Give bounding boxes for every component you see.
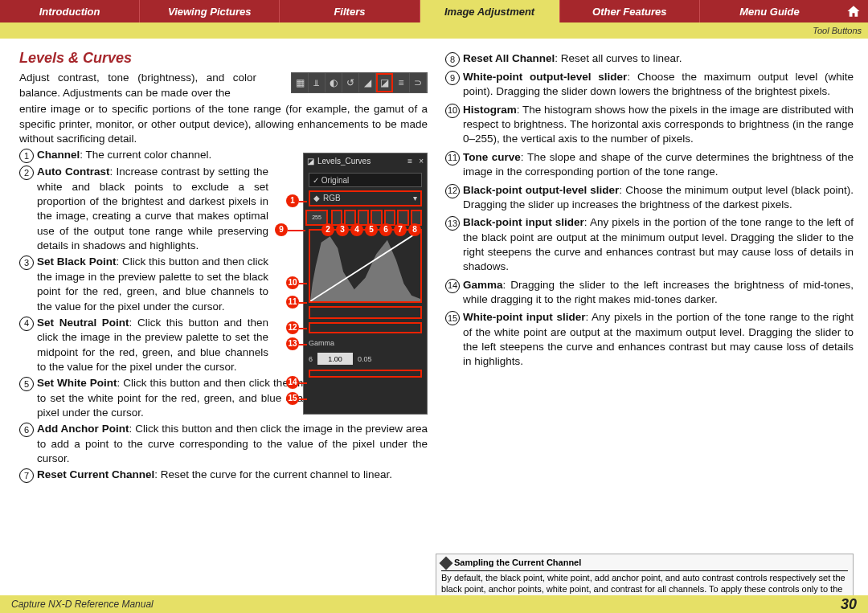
item-label: Black-point input slider bbox=[463, 216, 584, 228]
note-icon bbox=[440, 556, 453, 570]
gamma-value[interactable]: 1.00 bbox=[317, 353, 353, 365]
panel-title: Levels_Curves bbox=[317, 156, 371, 167]
callout-13: 13 bbox=[286, 337, 299, 350]
callout-15: 15 bbox=[286, 392, 299, 405]
page-number: 30 bbox=[841, 596, 857, 613]
item-8: 8Reset All Channel: Reset all curves to … bbox=[445, 51, 854, 67]
circled-number: 8 bbox=[445, 52, 460, 67]
item-body: : The histogram shows how the pixels in … bbox=[463, 104, 854, 145]
intro-cont: entire image or to specific portions of … bbox=[19, 102, 428, 146]
tab-introduction[interactable]: Introduction bbox=[0, 0, 139, 22]
right-column: 8Reset All Channel: Reset all curves to … bbox=[445, 48, 854, 591]
item-10: 10Histogram: The histogram shows how the… bbox=[445, 103, 854, 147]
note-title: Sampling the Current Channel bbox=[454, 558, 581, 569]
toolbtn[interactable]: ◢ bbox=[359, 73, 376, 92]
item-label: Histogram bbox=[463, 104, 517, 116]
intro-text: Adjust contrast, tone (brightness), and … bbox=[19, 71, 256, 100]
callout-10: 10 bbox=[286, 276, 299, 289]
callout-4: 4 bbox=[350, 223, 363, 236]
levels-panel: ◪Levels_Curves≡× ✓ Original ◆ RGB ▾ 255 bbox=[303, 153, 428, 415]
item-label: Set White Point bbox=[37, 377, 117, 389]
item-6: 6Add Anchor Point: Click this button and… bbox=[19, 422, 428, 466]
callout-9: 9 bbox=[275, 223, 288, 236]
footer: Capture NX-D Reference Manual 30 bbox=[0, 595, 868, 613]
channel-select[interactable]: ◆ RGB ▾ bbox=[309, 190, 422, 206]
item-label: Set Neutral Point bbox=[37, 317, 129, 329]
toolbtn[interactable]: ↺ bbox=[342, 73, 359, 92]
tab-viewing-pictures[interactable]: Viewing Pictures bbox=[139, 0, 279, 22]
preset-dropdown[interactable]: ✓ Original bbox=[309, 173, 422, 187]
callout-1: 1 bbox=[286, 194, 299, 207]
item-body: : Reset all curves to linear. bbox=[555, 52, 682, 64]
gamma-slider[interactable] bbox=[309, 370, 422, 378]
circled-number: 7 bbox=[19, 468, 34, 483]
callout-3: 3 bbox=[336, 223, 349, 236]
item-14: 14Gamma: Dragging the slider to the left… bbox=[445, 278, 854, 308]
toolbtn[interactable]: ≡ bbox=[393, 73, 410, 92]
item-7: 7Reset Current Channel: Reset the curve … bbox=[19, 468, 428, 483]
item-label: Reset All Channel bbox=[463, 52, 555, 64]
home-icon bbox=[845, 4, 862, 18]
tab-image-adjustment[interactable]: Image Adjustment bbox=[420, 0, 559, 22]
callout-6: 6 bbox=[379, 223, 392, 236]
callout-8: 8 bbox=[408, 223, 421, 236]
item-12: 12Black-point output-level slider: Choos… bbox=[445, 183, 854, 213]
circled-number: 4 bbox=[19, 317, 34, 331]
callout-14: 14 bbox=[286, 376, 299, 389]
histogram-box[interactable] bbox=[309, 229, 422, 303]
item-label: White-point output-level slider bbox=[463, 71, 627, 83]
toolbtn[interactable]: ▦ bbox=[292, 73, 309, 92]
tab-menu-guide[interactable]: Menu Guide bbox=[699, 0, 839, 22]
gamma-label: Gamma bbox=[309, 338, 334, 348]
toolbtn[interactable]: ⊃ bbox=[410, 73, 427, 92]
item-body: : The current color channel. bbox=[80, 149, 211, 161]
circled-number: 10 bbox=[445, 104, 460, 118]
circled-number: 15 bbox=[445, 311, 460, 325]
tool-strip: ▦ ⫫ ◐ ↺ ◢ ◪ ≡ ⊃ bbox=[291, 72, 428, 93]
callout-12: 12 bbox=[286, 321, 299, 334]
item-label: Black-point output-level slider bbox=[463, 184, 619, 196]
circled-number: 11 bbox=[445, 151, 460, 166]
output-slider-track[interactable] bbox=[309, 306, 422, 319]
item-body: : Dragging the slider to the left increa… bbox=[463, 279, 854, 305]
section-title: Levels & Curves bbox=[19, 48, 428, 67]
left-column: Levels & Curves Adjust contrast, tone (b… bbox=[19, 48, 428, 591]
item-15: 15White-point input slider: Any pixels i… bbox=[445, 310, 854, 369]
menu-icon[interactable]: ≡ bbox=[407, 156, 412, 167]
circled-number: 2 bbox=[19, 166, 34, 180]
item-label: Set Black Point bbox=[37, 255, 116, 268]
callout-11: 11 bbox=[286, 296, 299, 309]
circled-number: 3 bbox=[19, 255, 34, 270]
input-slider-track[interactable] bbox=[309, 322, 422, 333]
tab-other-features[interactable]: Other Features bbox=[559, 0, 699, 22]
levels-curves-tool[interactable]: ◪ bbox=[376, 73, 393, 92]
item-label: Reset Current Channel bbox=[37, 468, 154, 480]
item-label: Gamma bbox=[463, 279, 503, 291]
item-label: Auto Contrast bbox=[37, 166, 109, 178]
item-label: Channel bbox=[37, 149, 80, 161]
circled-number: 12 bbox=[445, 184, 460, 198]
footer-left: Capture NX-D Reference Manual bbox=[11, 599, 154, 610]
item-11: 11Tone curve: The slope and shape of the… bbox=[445, 150, 854, 180]
circled-number: 5 bbox=[19, 377, 34, 391]
curves-icon: ◪ bbox=[307, 156, 314, 167]
item-label: White-point input slider bbox=[463, 311, 585, 323]
close-icon[interactable]: × bbox=[419, 156, 424, 167]
main-content: Levels & Curves Adjust contrast, tone (b… bbox=[0, 39, 868, 595]
toolbtn[interactable]: ⫫ bbox=[309, 73, 326, 92]
svg-marker-0 bbox=[310, 236, 420, 301]
circled-number: 9 bbox=[445, 71, 460, 85]
callout-5: 5 bbox=[365, 223, 378, 236]
levels-panel-figure: ◪Levels_Curves≡× ✓ Original ◆ RGB ▾ 255 bbox=[275, 153, 428, 415]
callout-7: 7 bbox=[394, 223, 407, 236]
circled-number: 1 bbox=[19, 149, 34, 163]
toolbtn[interactable]: ◐ bbox=[326, 73, 342, 92]
home-button[interactable] bbox=[839, 0, 868, 22]
item-label: Tone curve bbox=[463, 151, 521, 163]
sub-toolbar: Tool Buttons bbox=[0, 22, 868, 39]
circled-number: 6 bbox=[19, 423, 34, 437]
tab-filters[interactable]: Filters bbox=[279, 0, 419, 22]
item-body: : Increase contrast by setting the white… bbox=[37, 166, 268, 251]
item-body: : The slope and shape of the curve deter… bbox=[463, 151, 854, 178]
item-9: 9White-point output-level slider: Choose… bbox=[445, 70, 854, 100]
